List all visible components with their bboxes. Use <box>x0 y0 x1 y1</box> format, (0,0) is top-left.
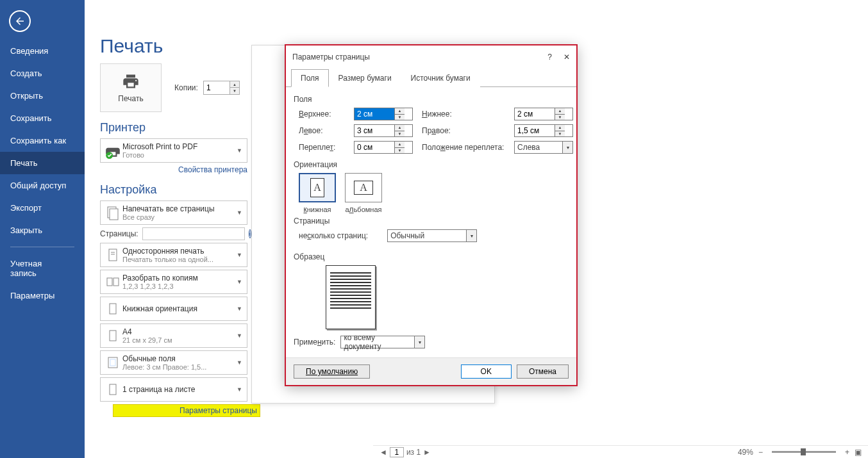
chevron-down-icon: ▼ <box>237 386 244 393</box>
left-margin-input[interactable]: ▲▼ <box>354 124 413 137</box>
dialog-close-icon[interactable]: ✕ <box>563 53 570 61</box>
dialog-title: Параметры страницы <box>292 53 370 61</box>
printer-status: Готово <box>122 151 237 159</box>
nav-создать[interactable]: Создать <box>0 62 85 85</box>
pages-group-label: Страницы <box>294 217 569 225</box>
printer-header: Принтер <box>100 121 251 135</box>
copies-input[interactable] <box>204 81 230 94</box>
orient-group-label: Ориентация <box>294 160 569 169</box>
chevron-down-icon: ▼ <box>237 147 244 154</box>
copies-label: Копии: <box>174 83 198 92</box>
svg-rect-11 <box>110 359 115 366</box>
svg-rect-6 <box>107 278 112 286</box>
orient-landscape[interactable]: A альбомная <box>345 173 382 214</box>
nav-закрыть[interactable]: Закрыть <box>0 219 85 241</box>
printer-icon <box>122 72 140 90</box>
printer-dropdown[interactable]: Microsoft Print to PDFГотово ▼ <box>100 138 247 163</box>
svg-rect-8 <box>110 304 116 314</box>
chevron-down-icon: ▼ <box>237 306 244 312</box>
sample-label: Образец <box>294 252 569 261</box>
default-button[interactable]: По умолчанию <box>294 364 370 379</box>
pages-label: Страницы: <box>100 229 138 238</box>
right-margin-label: Правое: <box>422 126 505 135</box>
top-margin-label: Верхнее: <box>299 110 345 119</box>
up-icon[interactable]: ▲ <box>230 81 239 88</box>
cancel-button[interactable]: Отмена <box>517 364 569 379</box>
gutter-pos-combo[interactable]: Слева▾ <box>514 141 573 154</box>
page-of-label: из 1 <box>406 448 421 457</box>
multi-pages-combo[interactable]: Обычный▾ <box>387 229 477 242</box>
nav-Параметры[interactable]: Параметры <box>0 284 85 307</box>
bottom-margin-label: Нижнее: <box>422 110 505 119</box>
chevron-down-icon: ▼ <box>237 279 244 285</box>
printer-name: Microsoft Print to PDF <box>122 142 237 151</box>
top-margin-input[interactable]: ▲▼ <box>354 108 413 120</box>
page-setup-dialog: Параметры страницы ? ✕ ПоляРазмер бумаги… <box>285 45 577 386</box>
apply-combo[interactable]: ко всему документу▾ <box>340 336 425 348</box>
pages-icon <box>103 203 122 222</box>
page-setup-link[interactable]: Параметры страницы <box>113 404 260 417</box>
sample-preview <box>326 265 376 329</box>
nav-Учетная-запись[interactable]: Учетная запись <box>0 252 85 284</box>
fields-group-label: Поля <box>294 95 569 104</box>
perpage-icon <box>103 380 122 399</box>
zoom-label: 49% <box>738 448 753 457</box>
nav-открыть[interactable]: Открыть <box>0 85 85 107</box>
down-icon[interactable]: ▼ <box>230 88 239 94</box>
svg-rect-12 <box>110 384 116 395</box>
onesided-icon <box>103 245 122 265</box>
bottom-margin-input[interactable]: ▲▼ <box>514 108 573 120</box>
settings-header: Настройка <box>100 183 260 197</box>
zoom-slider[interactable] <box>772 451 836 453</box>
nav-печать[interactable]: Печать <box>0 152 85 174</box>
apply-label: Применить: <box>294 338 335 347</box>
zoom-in-icon[interactable]: + <box>845 448 849 457</box>
next-page-icon[interactable]: ► <box>423 448 431 457</box>
paper-dropdown[interactable]: A421 см x 29,7 см ▼ <box>100 323 247 348</box>
ok-button[interactable]: OK <box>461 364 512 379</box>
print-button-label: Печать <box>118 94 143 103</box>
paper-icon <box>103 326 122 345</box>
gutter-pos-label: Положение переплета: <box>422 143 505 152</box>
orientation-dropdown[interactable]: Книжная ориентация ▼ <box>100 297 247 321</box>
right-margin-input[interactable]: ▲▼ <box>514 124 573 137</box>
page-number-input[interactable] <box>390 447 404 457</box>
printer-icon <box>103 141 122 160</box>
back-button[interactable] <box>9 10 31 32</box>
tab-2[interactable]: Источник бумаги <box>401 69 480 87</box>
svg-rect-7 <box>113 278 119 286</box>
orient-portrait[interactable]: A книжная <box>299 173 336 214</box>
margins-icon <box>103 353 122 372</box>
nav-сохранить[interactable]: Сохранить <box>0 107 85 129</box>
nav-сведения[interactable]: Сведения <box>0 40 85 62</box>
pages-input[interactable] <box>142 227 245 240</box>
chevron-down-icon: ▼ <box>237 209 244 216</box>
per-page-dropdown[interactable]: 1 страница на листе ▼ <box>100 377 247 402</box>
multi-pages-label: несколько страниц: <box>299 231 368 240</box>
print-button[interactable]: Печать <box>100 63 162 112</box>
chevron-down-icon: ▼ <box>237 359 244 366</box>
zoom-out-icon[interactable]: − <box>758 448 763 457</box>
print-range-dropdown[interactable]: Напечатать все страницыВсе сразу ▼ <box>100 200 247 225</box>
copies-spinbox[interactable]: ▲▼ <box>203 81 240 95</box>
margins-dropdown[interactable]: Обычные поляЛевое: 3 см Правое: 1,5... ▼ <box>100 350 247 375</box>
dialog-help-icon[interactable]: ? <box>547 53 552 61</box>
printer-properties-link[interactable]: Свойства принтера <box>100 165 247 174</box>
prev-page-icon[interactable]: ◄ <box>380 448 387 457</box>
gutter-input[interactable]: ▲▼ <box>354 141 413 154</box>
nav-сохранить-как[interactable]: Сохранить как <box>0 129 85 152</box>
svg-rect-2 <box>110 209 118 220</box>
left-margin-label: Левое: <box>299 126 345 135</box>
svg-rect-3 <box>109 249 117 261</box>
tab-1[interactable]: Размер бумаги <box>329 69 401 87</box>
nav-общий-доступ[interactable]: Общий доступ <box>0 174 85 197</box>
chevron-down-icon: ▼ <box>237 252 244 258</box>
nav-экспорт[interactable]: Экспорт <box>0 197 85 219</box>
gutter-label: Переплет: <box>299 143 345 152</box>
tab-0[interactable]: Поля <box>291 69 329 87</box>
chevron-down-icon: ▼ <box>237 332 244 339</box>
svg-rect-10 <box>108 357 117 368</box>
sides-dropdown[interactable]: Односторонняя печатьПечатать только на о… <box>100 243 247 267</box>
collate-dropdown[interactable]: Разобрать по копиям1,2,3 1,2,3 1,2,3 ▼ <box>100 270 247 294</box>
fit-icon[interactable]: ▣ <box>855 448 862 457</box>
